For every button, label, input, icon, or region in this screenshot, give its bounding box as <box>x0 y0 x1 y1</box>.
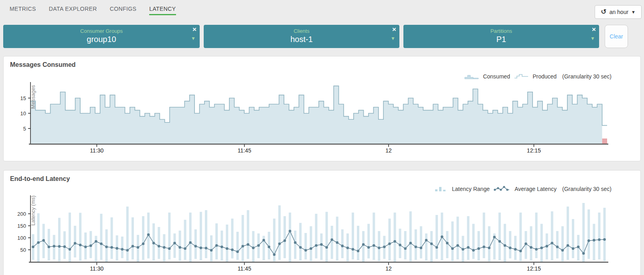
svg-text:150: 150 <box>17 223 26 229</box>
svg-text:11:45: 11:45 <box>237 147 251 154</box>
svg-text:200: 200 <box>17 211 26 217</box>
chevron-down-icon: ▼ <box>590 36 595 41</box>
clients-label: Clients <box>204 28 399 34</box>
tab-metrics[interactable]: METRICS <box>10 6 36 15</box>
top-nav-tabs: METRICS DATA EXPLORER CONFIGS LATENCY <box>10 6 176 15</box>
chevron-down-icon: ▼ <box>191 36 196 41</box>
svg-text:12:15: 12:15 <box>527 147 541 154</box>
svg-text:12: 12 <box>385 265 392 272</box>
messages-consumed-chart: 5101511:3011:451212:15Messages <box>4 56 641 163</box>
clear-filters-button[interactable]: Clear <box>605 25 628 48</box>
svg-text:50: 50 <box>20 247 26 253</box>
svg-text:10: 10 <box>20 110 26 116</box>
consumer-groups-value: group10 <box>3 35 200 44</box>
consumer-groups-label: Consumer Groups <box>3 28 200 34</box>
end-to-end-latency-panel: End-to-end Latency Latency Range Average… <box>3 170 641 275</box>
svg-text:11:30: 11:30 <box>90 147 103 154</box>
messages-consumed-panel: Messages Consumed Consumed Produced (Gra… <box>3 56 641 161</box>
chevron-down-icon: ▼ <box>391 36 395 41</box>
close-icon[interactable]: × <box>392 26 396 33</box>
consumer-groups-dropdown[interactable]: Consumer Groups group10 × ▼ <box>3 25 200 48</box>
svg-text:12:15: 12:15 <box>527 265 541 272</box>
close-icon[interactable]: × <box>592 26 596 33</box>
close-icon[interactable]: × <box>192 26 196 33</box>
filter-bar: Consumer Groups group10 × ▼ Clients host… <box>3 25 641 48</box>
tab-configs[interactable]: CONFIGS <box>110 6 137 15</box>
svg-text:15: 15 <box>20 95 26 101</box>
latency-page: METRICS DATA EXPLORER CONFIGS LATENCY ↺ … <box>0 0 644 275</box>
partitions-value: P1 <box>403 35 599 44</box>
clients-value: host-1 <box>204 35 399 44</box>
svg-text:11:30: 11:30 <box>90 265 103 272</box>
tab-data-explorer[interactable]: DATA EXPLORER <box>49 6 97 15</box>
svg-text:12: 12 <box>385 147 392 154</box>
tab-latency[interactable]: LATENCY <box>149 6 176 15</box>
svg-text:5: 5 <box>23 126 26 132</box>
svg-text:100: 100 <box>17 235 26 241</box>
svg-text:Latency (ms): Latency (ms) <box>30 195 36 225</box>
time-range-label: an hour <box>610 9 628 15</box>
chevron-down-icon: ▼ <box>631 10 636 14</box>
partitions-label: Partitions <box>403 28 599 34</box>
refresh-icon: ↺ <box>601 8 606 15</box>
svg-text:11:45: 11:45 <box>237 265 251 272</box>
partitions-dropdown[interactable]: Partitions P1 × ▼ <box>403 25 599 48</box>
svg-text:Messages: Messages <box>30 85 36 109</box>
time-range-selector[interactable]: ↺ an hour ▼ <box>595 5 642 19</box>
clients-dropdown[interactable]: Clients host-1 × ▼ <box>204 25 399 48</box>
end-to-end-latency-chart: 5010015020011:3011:451212:15Latency (ms) <box>4 171 641 275</box>
